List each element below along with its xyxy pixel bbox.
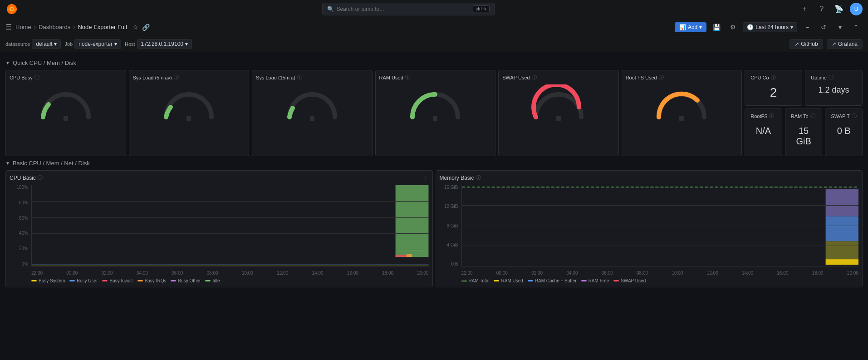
my-4g: 4 GiB (440, 242, 460, 247)
host-value: 172.28.0.1:19100 (141, 41, 183, 47)
gauge-panels-row: CPU Busy ⓘ (5, 70, 863, 156)
cpu-chart-canvas (31, 185, 429, 266)
legend-idle: Idle (205, 278, 220, 283)
panel-title-swap: SWAP Used ⓘ (502, 74, 615, 81)
dashboard: ▼ Quick CPU / Mem / Disk CPU Busy ⓘ (0, 52, 868, 295)
refresh-dropdown[interactable]: ▾ (834, 21, 846, 34)
panel-title-sys-5m: Sys Load (5m av) ⓘ (133, 74, 245, 81)
host-select[interactable]: 172.28.0.1:19100 ▾ (137, 39, 192, 49)
time-picker[interactable]: 🕐 Last 24 hours ▾ (743, 22, 797, 32)
mx-0200: 02:00 (531, 271, 543, 276)
add-button[interactable]: ＋ (798, 3, 811, 15)
gauge-rootfs (626, 83, 738, 123)
info-icon-memory-chart[interactable]: ⓘ (476, 174, 481, 181)
add-panel-button[interactable]: 📊 Add ▾ (675, 22, 706, 32)
datasource-select[interactable]: default ▾ (32, 39, 61, 49)
legend-dot-idle (205, 280, 211, 281)
info-icon-ram[interactable]: ⓘ (405, 74, 410, 81)
legend-label-swap-used-mem: SWAP Used (621, 278, 646, 283)
info-icon-cpu-busy[interactable]: ⓘ (34, 74, 39, 81)
legend-dot-other (171, 280, 176, 281)
settings-button[interactable]: ⚙ (726, 21, 739, 34)
mx-2200: 22:00 (461, 271, 473, 276)
info-icon-rootfs-stat[interactable]: ⓘ (769, 113, 774, 119)
legend-busy-user: Busy User (69, 278, 98, 283)
svg-rect-20 (825, 217, 858, 242)
section-quick-cpu[interactable]: ▼ Quick CPU / Mem / Disk (5, 59, 863, 66)
legend-dot-ram-total (461, 281, 467, 281)
legend-ram-cache: RAM Cache + Buffer (528, 278, 577, 283)
legend-label-ram-cache: RAM Cache + Buffer (535, 278, 577, 283)
legend-ram-total: RAM Total (461, 278, 490, 283)
grafana-logo[interactable] (5, 3, 18, 15)
gauge-sys-15m (256, 83, 368, 123)
collapse-button[interactable]: ⌃ (850, 21, 863, 34)
datasource-value: default (36, 41, 52, 47)
stat-ram-total-title: RAM To ⓘ (791, 113, 817, 119)
memory-y-axis: 16 GiB 12 GiB 8 GiB 4 GiB 0 B (440, 185, 460, 266)
memory-chart-legend: RAM Total RAM Used RAM Cache + Buffer RA… (440, 276, 859, 283)
legend-dot-ram-free (581, 280, 587, 281)
github-button[interactable]: ↗ GitHub (790, 39, 823, 49)
host-chevron: ▾ (185, 41, 188, 47)
panel-cpu-busy: CPU Busy ⓘ (5, 70, 126, 156)
cpu-chart-menu[interactable]: ⋮ (423, 174, 429, 181)
mem-grid-12g (462, 205, 859, 206)
alerts-button[interactable]: 📡 (833, 3, 845, 15)
search-icon: 🔍 (327, 6, 334, 12)
grid-40 (32, 233, 429, 234)
info-icon-swap[interactable]: ⓘ (532, 74, 537, 81)
svg-rect-11 (556, 116, 561, 121)
grafana-button[interactable]: ↗ Grafana (827, 39, 863, 49)
github-label: GitHub (801, 41, 818, 47)
section-basic-cpu[interactable]: ▼ Basic CPU / Mem / Net / Disk (5, 160, 863, 167)
legend-ram-used: RAM Used (494, 278, 523, 283)
info-icon-sys-5m[interactable]: ⓘ (174, 74, 179, 81)
add-chevron: ▾ (699, 24, 702, 30)
hamburger-menu[interactable]: ☰ (5, 23, 12, 31)
job-label: Job (64, 41, 73, 47)
refresh-button[interactable]: ↺ (817, 21, 830, 34)
gauge-cpu-busy (10, 83, 122, 123)
star-button[interactable]: ☆ (132, 24, 138, 31)
mx-1600: 16:00 (777, 271, 788, 276)
search-input[interactable] (337, 6, 471, 12)
info-icon-ram-total[interactable]: ⓘ (810, 113, 815, 119)
x-1200: 12:00 (277, 271, 288, 276)
x-1800: 18:00 (382, 271, 393, 276)
search-bar[interactable]: 🔍 ctrl+k (322, 3, 495, 15)
clock-icon: 🕐 (747, 24, 754, 30)
cpu-chart-title: CPU Basic ⓘ (10, 174, 43, 181)
stat-ram-total: RAM To ⓘ 15 GiB (785, 108, 823, 156)
my-16g: 16 GiB (440, 185, 460, 190)
save-button[interactable]: 💾 (710, 21, 723, 34)
info-icon-uptime[interactable]: ⓘ (829, 74, 834, 81)
breadcrumb-home[interactable]: Home (15, 24, 31, 30)
info-icon-swap-total[interactable]: ⓘ (852, 113, 857, 119)
panel-title-ram: RAM Used ⓘ (379, 74, 492, 81)
svg-rect-8 (186, 116, 191, 121)
breadcrumb-dashboards[interactable]: Dashboards (39, 24, 70, 30)
x-0800: 08:00 (207, 271, 218, 276)
breadcrumb-sep-2: › (73, 24, 75, 30)
filter-right: ↗ GitHub ↗ Grafana (790, 39, 863, 49)
mx-1400: 14:00 (742, 271, 753, 276)
x-0400: 04:00 (137, 271, 148, 276)
share-button[interactable]: 🔗 (142, 24, 150, 31)
job-select[interactable]: node-exporter ▾ (74, 39, 121, 49)
panel-title-cpu-busy: CPU Busy ⓘ (10, 74, 122, 81)
help-button[interactable]: ？ (815, 3, 828, 15)
gauge-ram (379, 83, 492, 123)
info-icon-sys-15m[interactable]: ⓘ (297, 74, 302, 81)
memory-chart-title: Memory Basic ⓘ (440, 174, 481, 181)
info-icon-cores[interactable]: ⓘ (771, 74, 776, 81)
info-icon-cpu-chart[interactable]: ⓘ (38, 174, 43, 181)
mx-1800: 18:00 (812, 271, 824, 276)
grafana-label: Grafana (838, 41, 858, 47)
cpu-chart-legend: Busy System Busy User Busy Iowait Busy I… (10, 276, 429, 283)
zoom-out-button[interactable]: − (801, 21, 814, 34)
panel-sys-load-5m: Sys Load (5m av) ⓘ (129, 70, 250, 156)
avatar[interactable]: U (850, 3, 863, 15)
info-icon-rootfs[interactable]: ⓘ (659, 74, 664, 81)
shortcut-badge: ctrl+k (473, 5, 489, 12)
